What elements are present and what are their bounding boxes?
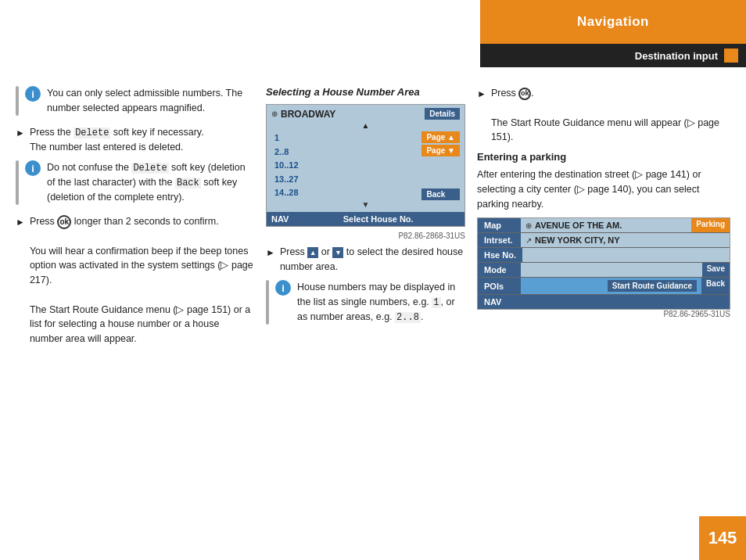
mid-section-heading: Selecting a House Number Area: [266, 86, 465, 98]
nav2-label-pois: POIs: [478, 278, 521, 294]
info-icon-1: i: [25, 86, 41, 102]
info-bar-1: [16, 86, 19, 116]
nav-btn-page-up[interactable]: Page ▲: [421, 131, 460, 143]
nav2-row-map: Map ⊕ AVENUE OF THE AM. Parking: [478, 218, 730, 233]
nav-btn-page-down[interactable]: Page ▼: [421, 145, 460, 156]
mid-column: Selecting a House Number Area ⊕ BROADWAY…: [266, 86, 477, 516]
bullet-item-2: ► Press ok longer than 2 seconds to conf…: [16, 214, 254, 346]
info-box-2: i Do not confuse the Delete soft key (de…: [16, 160, 254, 205]
nav2-row-mode: Mode Save: [478, 263, 730, 278]
nav-list-area: 1 2..8 10..12 13..27 14..28 Page ▲ Page …: [271, 131, 460, 200]
nav2-row-hseno: Hse No.: [478, 248, 730, 263]
nav2-footer: NAV: [478, 295, 730, 309]
parking-text: After entering the destination street (▷…: [477, 167, 730, 211]
nav-title: Navigation: [577, 14, 649, 30]
right-column: ► Press ok. The Start Route Guidance men…: [477, 86, 730, 516]
info-icon-3: i: [275, 280, 291, 296]
nav-btn-details[interactable]: Details: [425, 108, 460, 120]
nav2-btn-start-route[interactable]: Start Route Guidance: [608, 280, 697, 292]
nav2-label-map: Map: [478, 218, 521, 232]
nav2-btn-parking[interactable]: Parking: [691, 218, 730, 232]
bullet-item-3: ► Press ▲ or ▼ to select the desired hou…: [266, 245, 465, 275]
nav2-content-map: ⊕ AVENUE OF THE AM.: [521, 218, 691, 232]
info-text-2: Do not confuse the Delete soft key (dele…: [47, 160, 254, 205]
nav2-content-hseno: [522, 248, 730, 262]
map-icon: ⊕: [525, 221, 532, 230]
info-text-1: You can only select admissible numbers. …: [47, 86, 254, 116]
info-bar-2: [16, 160, 19, 205]
fig-caption-1: P82.86-2868-31US: [266, 232, 465, 240]
page-number-box: 145: [699, 516, 746, 560]
left-column: i You can only select admissible numbers…: [16, 86, 266, 516]
down-arrow: ▼: [271, 200, 460, 209]
intrset-icon: ↗: [525, 236, 532, 245]
dest-header-block: [724, 48, 738, 63]
right-arrow-1: ►: [477, 87, 486, 145]
nav2-label-mode: Mode: [478, 263, 521, 277]
page-number: 145: [708, 528, 737, 548]
nav-footer-center: Select House No.: [296, 214, 460, 224]
fig-caption-2: P82.86-2965-31US: [477, 310, 730, 318]
nav2-row-pois: POIs Start Route Guidance Back: [478, 278, 730, 295]
nav-side-btns: Page ▲ Page ▼ Back: [421, 131, 460, 200]
street-name-row: ⊕ BROADWAY: [271, 109, 335, 120]
up-btn: ▲: [307, 247, 318, 258]
bullet-arrow-1: ►: [16, 126, 25, 155]
street-icon: ⊕: [271, 109, 278, 118]
nav2-street-1: AVENUE OF THE AM.: [535, 221, 622, 230]
bullet-text-2: Press ok longer than 2 seconds to confir…: [30, 214, 254, 346]
up-arrow-row: ▲: [271, 121, 460, 130]
info-box-3: i House numbers may be displayed in the …: [266, 280, 465, 325]
nav2-street-2: NEW YORK CITY, NY: [535, 235, 620, 245]
info-bar-3: [266, 280, 269, 325]
nav2-row-intrset: Intrset. ↗ NEW YORK CITY, NY: [478, 233, 730, 248]
parking-heading: Entering a parking: [477, 151, 730, 163]
right-text-1: Press ok. The Start Route Guidance menu …: [491, 86, 730, 145]
nav2-content-intrset: ↗ NEW YORK CITY, NY: [521, 233, 730, 247]
info-icon-2: i: [25, 160, 41, 176]
nav-street-name: BROADWAY: [281, 109, 335, 120]
dest-title: Destination input: [635, 50, 718, 62]
dest-header: Destination input: [480, 44, 746, 67]
main-content: i You can only select admissible numbers…: [0, 86, 746, 516]
nav2-content-mode: [521, 263, 702, 277]
nav-list: 1 2..8 10..12 13..27 14..28: [271, 131, 418, 200]
nav-list-item-2: 10..12: [274, 159, 415, 173]
nav-list-item-0: 1: [274, 131, 415, 145]
bullet-arrow-2: ►: [16, 215, 25, 346]
right-bullet-1: ► Press ok. The Start Route Guidance men…: [477, 86, 730, 145]
nav-btn-back[interactable]: Back: [421, 188, 460, 200]
nav-list-item-4: 14..28: [274, 186, 415, 200]
bullet-item-1: ► Press the Delete soft key if necessary…: [16, 125, 254, 155]
ok-icon: ok: [57, 215, 71, 229]
bullet-text-3: Press ▲ or ▼ to select the desired house…: [280, 245, 465, 275]
nav-device-1: ⊕ BROADWAY Details ▲ 1 2..8 10..12 13..2…: [266, 104, 465, 227]
info-text-3: House numbers may be displayed in the li…: [297, 280, 465, 325]
nav2-label-hseno: Hse No.: [478, 248, 522, 262]
nav-footer: NAV Select House No.: [267, 212, 464, 226]
info-box-1: i You can only select admissible numbers…: [16, 86, 254, 116]
nav2-btn-back[interactable]: Back: [701, 278, 730, 294]
nav-header: Navigation: [480, 0, 746, 44]
nav-list-item-1: 2..8: [274, 145, 415, 160]
nav-screen-header: ⊕ BROADWAY Details: [271, 108, 460, 120]
nav2-content-pois: Start Route Guidance: [521, 278, 701, 294]
nav2-label-intrset: Intrset.: [478, 233, 521, 247]
bullet-arrow-3: ►: [266, 246, 275, 275]
nav2-btn-save[interactable]: Save: [702, 263, 730, 277]
down-btn: ▼: [332, 247, 343, 258]
nav-device-2: Map ⊕ AVENUE OF THE AM. Parking Intrset.…: [477, 217, 730, 310]
nav-screen: ⊕ BROADWAY Details ▲ 1 2..8 10..12 13..2…: [267, 105, 464, 212]
nav2-footer-nav: NAV: [484, 297, 501, 307]
bullet-text-1: Press the Delete soft key if necessary. …: [30, 125, 254, 155]
ok-circle-right: ok: [518, 88, 531, 100]
nav-footer-nav: NAV: [271, 214, 289, 224]
nav-list-item-3: 13..27: [274, 173, 415, 187]
